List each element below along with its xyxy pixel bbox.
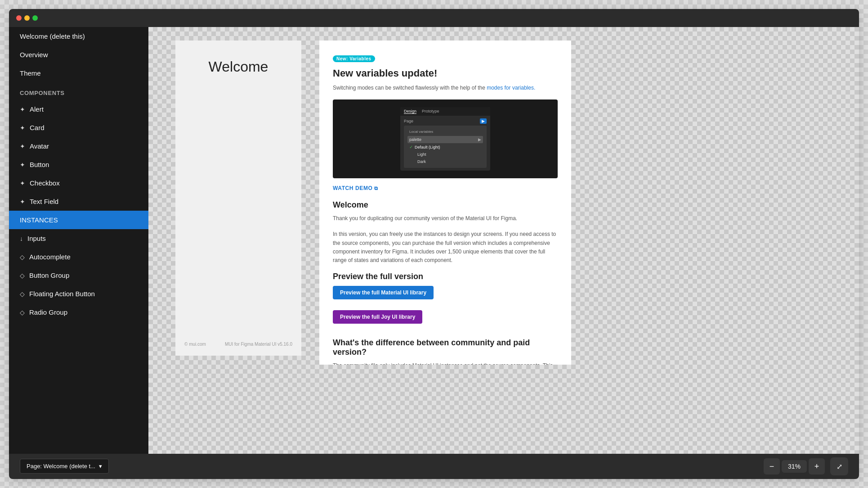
dropdown-label: Dark <box>417 159 426 164</box>
page-selector[interactable]: Page: Welcome (delete t... ▾ <box>20 459 109 474</box>
traffic-lights <box>16 15 38 21</box>
sidebar-item-avatar[interactable]: ✦ Avatar <box>9 137 148 155</box>
sidebar-item-label: Autocomplete <box>29 253 71 261</box>
sidebar-item-button[interactable]: ✦ Button <box>9 155 148 174</box>
sidebar: Welcome (delete this) Overview Theme COM… <box>9 27 148 454</box>
figma-dark-item[interactable]: Dark <box>407 158 483 165</box>
section-label: COMPONENTS <box>20 90 65 96</box>
figma-tab-design[interactable]: Design <box>404 109 416 114</box>
sidebar-item-label: Radio Group <box>29 308 67 316</box>
component-icon: ✦ <box>20 198 25 205</box>
figma-page-label: Page <box>404 119 413 123</box>
figma-palette-item[interactable]: palette ▶ <box>407 136 483 143</box>
sidebar-item-label: Avatar <box>30 142 49 150</box>
component-icon: ✦ <box>20 143 25 150</box>
sidebar-item-buttongroup[interactable]: ◇ Button Group <box>9 266 148 285</box>
dropdown-label: Default (Light) <box>415 145 440 149</box>
sidebar-item-label: Welcome (delete this) <box>20 32 85 40</box>
sidebar-item-label: Theme <box>20 69 41 77</box>
diamond-icon: ◇ <box>20 253 25 261</box>
arrow-icon: ↓ <box>20 235 23 242</box>
arrow-right-icon: ▶ <box>478 137 481 142</box>
zoom-out-button[interactable]: − <box>764 458 780 474</box>
sidebar-item-autocomplete[interactable]: ◇ Autocomplete <box>9 248 148 266</box>
sidebar-item-fab[interactable]: ◇ Floating Action Button <box>9 285 148 303</box>
figma-tab-bar: Design Prototype <box>400 107 490 116</box>
external-link-icon: ⧉ <box>374 185 378 191</box>
frame-footer: © mui.com MUI for Figma Material UI v5.1… <box>175 342 301 347</box>
sidebar-item-radiogroup[interactable]: ◇ Radio Group <box>9 303 148 321</box>
sidebar-item-label: Alert <box>30 105 44 113</box>
sidebar-item-card[interactable]: ✦ Card <box>9 118 148 137</box>
welcome-title: Welcome <box>209 59 268 75</box>
welcome-section-title: Welcome <box>333 200 558 210</box>
sidebar-item-label: Button Group <box>29 271 69 279</box>
sidebar-item-label: Checkbox <box>30 179 60 187</box>
diff-text: The community file only includes Materia… <box>333 361 558 365</box>
figma-page-row: Page ▶ <box>404 118 487 124</box>
chevron-down-icon: ▾ <box>99 463 102 470</box>
sidebar-item-overview[interactable]: Overview <box>9 45 148 64</box>
sidebar-item-theme[interactable]: Theme <box>9 64 148 82</box>
content-panel: New: Variables New variables update! Swi… <box>319 41 571 365</box>
dropdown-label: Light <box>417 152 426 157</box>
watch-demo-link[interactable]: WATCH DEMO ⧉ <box>333 185 378 191</box>
app-container: Welcome (delete this) Overview Theme COM… <box>9 9 859 479</box>
sidebar-item-label: Card <box>30 124 45 131</box>
preview-title: Preview the full version <box>333 272 558 281</box>
top-bar <box>9 9 859 27</box>
preview-joy-btn[interactable]: Preview the full Joy UI library <box>333 310 422 324</box>
canvas-area[interactable]: Welcome © mui.com MUI for Figma Material… <box>148 27 859 454</box>
component-icon: ✦ <box>20 180 25 187</box>
new-variables-badge: New: Variables <box>333 55 375 62</box>
check-icon: ✓ <box>409 145 413 149</box>
welcome-p1: Thank you for duplicating our community … <box>333 214 558 223</box>
update-title: New variables update! <box>333 68 558 79</box>
page-selector-label: Page: Welcome (delete t... <box>27 463 95 470</box>
fullscreen-button[interactable]: ⤢ <box>830 457 848 475</box>
sidebar-item-label: Button <box>30 161 49 168</box>
sidebar-item-alert[interactable]: ✦ Alert <box>9 100 148 118</box>
component-icon: ✦ <box>20 124 25 131</box>
sidebar-item-label: Inputs <box>27 235 46 242</box>
figma-mockup: Design Prototype Page ▶ Local variables <box>400 107 490 171</box>
sidebar-item-label: Text Field <box>30 198 58 205</box>
sidebar-item-checkbox[interactable]: ✦ Checkbox <box>9 174 148 192</box>
footer-right: MUI for Figma Material UI v5.16.0 <box>225 342 292 347</box>
section-label: INSTANCES <box>20 216 58 224</box>
maximize-traffic-light[interactable] <box>32 15 38 21</box>
diamond-icon: ◇ <box>20 309 25 316</box>
sidebar-item-textfield[interactable]: ✦ Text Field <box>9 192 148 211</box>
palette-label: palette <box>409 137 421 142</box>
bottom-bar: Page: Welcome (delete t... ▾ − 31% + ⤢ <box>9 454 859 479</box>
figma-dropdown: Local variables palette ▶ ✓ Default (Lig… <box>404 126 487 168</box>
preview-material-btn[interactable]: Preview the full Material UI library <box>333 286 434 299</box>
zoom-value: 31% <box>782 460 807 473</box>
minimize-traffic-light[interactable] <box>24 15 30 21</box>
zoom-controls: − 31% + <box>764 458 825 474</box>
close-traffic-light[interactable] <box>16 15 22 21</box>
diamond-icon: ◇ <box>20 272 25 279</box>
update-paragraph: Switching modes can be switched flawless… <box>333 84 558 92</box>
zoom-in-button[interactable]: + <box>809 458 825 474</box>
figma-content: Page ▶ Local variables palette ▶ <box>400 116 490 171</box>
component-icon: ✦ <box>20 161 25 168</box>
watch-demo-label: WATCH DEMO <box>333 185 372 191</box>
welcome-p2: In this version, you can freely use the … <box>333 230 558 265</box>
variables-link[interactable]: modes for variables. <box>487 85 535 91</box>
figma-tab-prototype[interactable]: Prototype <box>422 109 439 114</box>
component-icon: ✦ <box>20 106 25 113</box>
sidebar-item-welcome[interactable]: Welcome (delete this) <box>9 27 148 45</box>
figma-light-item[interactable]: Light <box>407 151 483 158</box>
sidebar-item-inputs[interactable]: ↓ Inputs <box>9 229 148 248</box>
footer-left: © mui.com <box>184 342 206 347</box>
sidebar-item-label: Floating Action Button <box>29 290 95 298</box>
figma-default-light[interactable]: ✓ Default (Light) <box>407 143 483 151</box>
sidebar-section-instances[interactable]: INSTANCES <box>9 211 148 229</box>
demo-image: Design Prototype Page ▶ Local variables <box>333 99 558 178</box>
sidebar-section-components: COMPONENTS <box>9 82 148 100</box>
figma-page-value: ▶ <box>480 118 487 124</box>
diamond-icon: ◇ <box>20 290 25 298</box>
welcome-frame: Welcome © mui.com MUI for Figma Material… <box>175 41 301 356</box>
diff-title: What's the difference between community … <box>333 338 558 357</box>
